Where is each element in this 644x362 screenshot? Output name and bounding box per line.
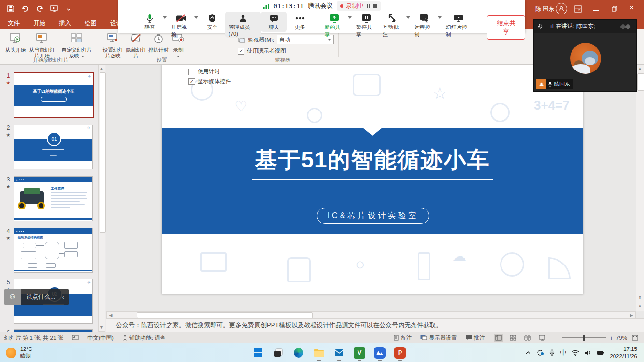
comments-button[interactable]: 批注 [461, 332, 489, 344]
slide-sorter-view-button[interactable] [508, 334, 518, 342]
stop-recording-button[interactable] [373, 4, 377, 8]
previous-slide-button[interactable]: ⬆ [636, 293, 644, 301]
security-button[interactable]: 安全 [199, 12, 225, 32]
start-slideshow-icon[interactable] [50, 5, 58, 13]
thumbnail-slide-4[interactable]: » ▪ ▪ ▪ 控制系统结构框图 [14, 228, 93, 273]
from-beginning-button[interactable]: 从头开始 [4, 30, 27, 53]
scroll-right-icon[interactable]: ▶ [629, 312, 634, 319]
annotate-dropdown-icon[interactable] [406, 16, 410, 19]
manage-members-button[interactable]: 管理成员(70) [225, 12, 261, 38]
language-indicator[interactable]: 中文(中国) [83, 332, 118, 344]
mail-app-icon[interactable] [333, 347, 345, 359]
restore-button[interactable] [611, 5, 618, 13]
rehearse-timings-button[interactable]: 排练计时 [148, 30, 169, 53]
tab-home[interactable]: 开始 [27, 17, 52, 29]
tab-draw[interactable]: 绘图 [78, 17, 103, 29]
edge-browser-icon[interactable] [293, 347, 304, 359]
close-button[interactable]: × [630, 3, 634, 12]
tab-file[interactable]: 文件 [0, 17, 27, 29]
slideshow-view-button[interactable] [537, 334, 547, 342]
thumbnail-slide-1[interactable]: ✈ 基于51的智能循迹小车 [14, 72, 94, 118]
volume-icon[interactable] [585, 350, 591, 356]
green-v-app-icon[interactable]: V [354, 347, 365, 359]
share-options-dropdown-icon[interactable] [348, 16, 352, 19]
main-slide-canvas[interactable]: ♡ ☆ 3+4=7 ○ ☁ 基于51的智能循迹小车 IC&芯片设计实验室 [162, 64, 583, 294]
meeting-video-window[interactable]: 正在讲话: 陈国东; 陈国东 [533, 19, 637, 92]
tray-chevron-icon[interactable] [525, 351, 531, 355]
battery-icon[interactable] [597, 350, 604, 355]
customize-qat-icon[interactable] [65, 5, 72, 13]
editor-scrollbar-thumb[interactable] [637, 73, 644, 91]
horizontal-scrollbar-thumb[interactable] [137, 312, 313, 318]
video-options-dropdown-icon[interactable] [194, 16, 198, 19]
use-presenter-view-checkbox[interactable]: ✓ 使用演示者视图 [238, 47, 286, 55]
zoom-percentage[interactable]: 79% [616, 335, 627, 341]
clock[interactable]: 17:15 2022/11/26 [610, 346, 637, 360]
slide-title[interactable]: 基于51的智能循迹小车 [162, 145, 583, 175]
thumbnail-scrollbar-thumb[interactable] [100, 72, 106, 233]
scroll-up-icon[interactable]: ▲ [99, 65, 105, 72]
minimize-button[interactable] [592, 7, 600, 14]
scroll-left-icon[interactable]: ◀ [108, 312, 114, 319]
account-avatar-icon[interactable] [556, 3, 567, 14]
normal-view-button[interactable] [494, 334, 503, 342]
microphone-tray-icon[interactable] [549, 349, 555, 356]
chat-button[interactable]: 聊天 [261, 12, 287, 32]
zoom-slider-thumb[interactable] [583, 335, 585, 341]
chat-input-field[interactable]: 说点什么... ‹ [21, 289, 69, 305]
weather-widget[interactable]: 12°C 晴朗 [0, 346, 199, 360]
use-timings-checkbox[interactable]: 使用计时 [188, 68, 220, 75]
undo-icon[interactable] [21, 5, 29, 13]
thumbnail-slide-3[interactable]: » ▪ ▪ ▪ 工作原理 [14, 176, 93, 221]
powerpoint-app-icon[interactable]: P [394, 347, 406, 359]
end-share-button[interactable]: 结束共享 [487, 15, 525, 40]
spellcheck-icon[interactable] [68, 332, 83, 344]
next-slide-button[interactable]: ⬇ [636, 302, 644, 310]
reading-view-button[interactable] [523, 334, 532, 342]
from-current-slide-button[interactable]: 从当前幻灯片开始 [27, 30, 57, 58]
annotate-button[interactable]: 互动批注 [379, 12, 406, 39]
sync-status-icon[interactable] [536, 349, 544, 356]
file-explorer-icon[interactable] [313, 347, 325, 359]
thumbnail-scrollbar[interactable]: ▲ ▼ [98, 64, 105, 332]
editor-horizontal-scrollbar[interactable]: ◀ ▶ [106, 311, 636, 318]
thumbnail-slide-2[interactable]: ✈ 01 [14, 125, 93, 169]
pause-recording-button[interactable] [367, 4, 370, 8]
mute-options-dropdown-icon[interactable] [163, 16, 167, 19]
more-button[interactable]: 更多 [287, 12, 313, 32]
accessibility-status[interactable]: 辅助功能: 调查 [118, 332, 170, 344]
zoom-out-button[interactable]: − [556, 334, 559, 342]
collapse-chat-icon[interactable]: ‹ [62, 293, 64, 301]
redo-icon[interactable] [36, 5, 43, 13]
editor-vertical-scrollbar[interactable]: ▲ ⬆ ⬇ [636, 64, 644, 311]
ime-indicator[interactable]: 中 [560, 348, 566, 357]
display-settings-button[interactable]: 显示器设置 [416, 332, 461, 344]
hide-slide-button[interactable]: 隐藏幻灯片 [126, 30, 147, 58]
zoom-slider[interactable] [562, 337, 606, 338]
mute-button[interactable]: 静音 [137, 12, 163, 32]
tab-insert[interactable]: 插入 [52, 17, 78, 29]
remote-control-button[interactable]: 远程控制 [411, 12, 438, 39]
zoom-in-button[interactable]: + [609, 334, 613, 342]
wifi-icon[interactable] [572, 350, 579, 356]
notes-toggle-button[interactable]: 备注 [389, 332, 416, 344]
emoji-icon[interactable]: ☺ [4, 289, 21, 305]
slide-subtitle-badge[interactable]: IC&芯片设计实验室 [317, 208, 429, 224]
show-media-controls-checkbox[interactable]: ✓ 显示媒体控件 [188, 78, 231, 85]
pause-share-button[interactable]: 暂停共享 [353, 12, 379, 39]
new-share-button[interactable]: 新的共享 [321, 12, 348, 39]
ribbon-display-options-icon[interactable] [574, 5, 582, 13]
start-video-button[interactable]: 开启视频 [168, 12, 194, 39]
remote-control-dropdown-icon[interactable] [438, 16, 442, 19]
tencent-meeting-app-icon[interactable] [374, 347, 386, 359]
slide-control-button[interactable]: 幻灯片控制 [443, 12, 474, 39]
fit-slide-to-window-button[interactable] [630, 334, 640, 342]
scroll-down-icon[interactable]: ▼ [99, 324, 105, 331]
custom-slideshow-button[interactable]: 自定义幻灯片放映 [61, 30, 93, 58]
task-view-icon[interactable] [272, 347, 284, 359]
save-icon[interactable] [7, 5, 14, 13]
start-button[interactable] [252, 347, 264, 359]
account-user-name[interactable]: 陈 国东 [535, 5, 554, 13]
notes-pane[interactable]: 公众号：陈西设计之家。微信搜索即可。更多免费原创PPT模板以及教程设计作品源文件… [106, 318, 644, 332]
scroll-up-icon[interactable]: ▲ [636, 65, 644, 72]
